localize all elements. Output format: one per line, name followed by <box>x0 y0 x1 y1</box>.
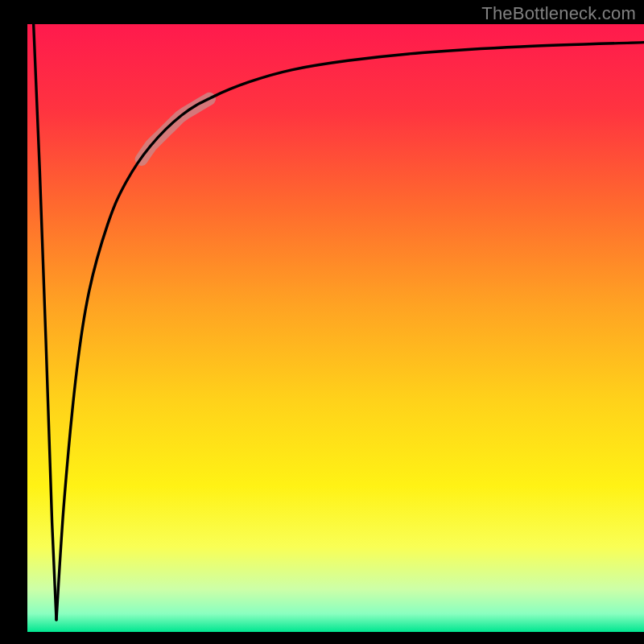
bottleneck-plot <box>0 0 644 644</box>
plot-background <box>27 24 644 632</box>
watermark-text: TheBottleneck.com <box>481 3 636 24</box>
chart-frame: TheBottleneck.com <box>0 0 644 644</box>
